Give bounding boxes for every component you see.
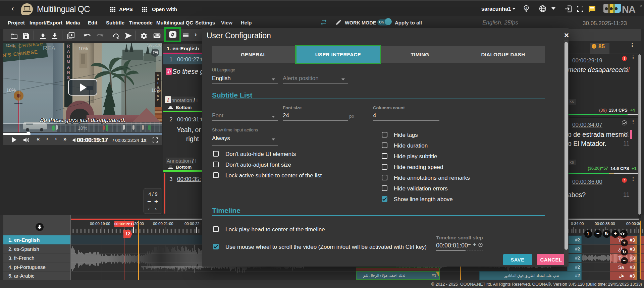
svg-text:b: b [526, 6, 527, 9]
svg-text:®: ® [640, 4, 642, 8]
svg-text:NA: NA [622, 4, 636, 14]
